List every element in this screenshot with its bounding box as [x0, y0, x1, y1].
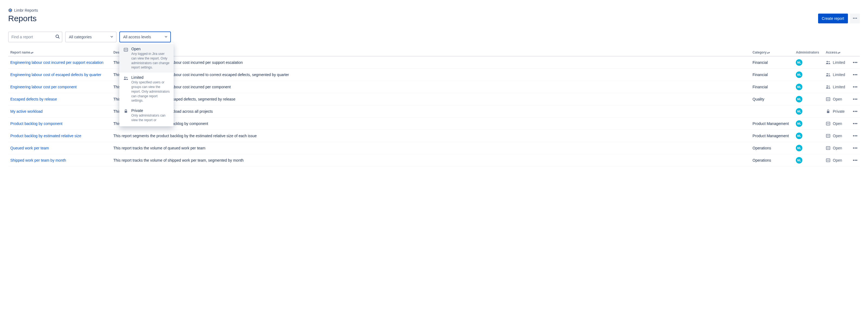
report-category: Quality: [750, 93, 794, 105]
access-option-title: Private: [131, 108, 170, 113]
access-label: Limited: [833, 85, 845, 89]
report-category: Operations: [750, 154, 794, 166]
column-header-description[interactable]: Description: [111, 49, 750, 56]
report-name-link[interactable]: Escaped defects by release: [10, 97, 57, 101]
report-name-link[interactable]: Engineering labour cost per component: [10, 85, 76, 89]
svg-point-19: [827, 85, 828, 87]
svg-point-3: [853, 18, 854, 19]
page-header: Reports Create report: [8, 13, 860, 23]
svg-point-12: [124, 77, 126, 78]
report-name-link[interactable]: Product backlog by component: [10, 121, 62, 126]
report-category: Operations: [750, 142, 794, 154]
open-icon: [123, 47, 129, 70]
svg-point-4: [855, 18, 856, 19]
chevron-down-icon: [164, 35, 167, 39]
report-name-link[interactable]: Engineering labour cost incurred per sup…: [10, 60, 103, 65]
svg-line-7: [58, 37, 59, 38]
column-header-name[interactable]: Report name▴▾: [8, 49, 111, 56]
column-header-category[interactable]: Category▴▾: [750, 49, 794, 56]
access-label: Limited: [833, 73, 845, 77]
limited-icon: [826, 84, 831, 89]
access-dropdown: OpenAny logged-in Jira user can view the…: [119, 43, 174, 126]
access-option-open[interactable]: OpenAny logged-in Jira user can view the…: [119, 44, 174, 73]
access-label: Open: [833, 121, 842, 126]
svg-point-16: [829, 61, 830, 62]
table-row: Shipped work per team by monthThis repor…: [8, 154, 860, 166]
report-name-link[interactable]: Queued work per team: [10, 146, 49, 150]
admin-avatar[interactable]: ML: [796, 108, 802, 115]
private-icon: [123, 109, 129, 123]
create-report-button[interactable]: Create report: [818, 13, 848, 23]
svg-point-6: [56, 35, 59, 38]
admin-avatar[interactable]: ML: [796, 145, 802, 151]
svg-point-17: [827, 73, 828, 75]
access-option-title: Open: [131, 47, 170, 51]
row-more-button[interactable]: •••: [853, 73, 858, 77]
more-actions-button[interactable]: [850, 13, 860, 23]
report-name-link[interactable]: My active workload: [10, 109, 42, 113]
row-more-button[interactable]: •••: [853, 60, 858, 65]
report-description: This report tracks the engineering labou…: [111, 69, 750, 81]
admin-avatar[interactable]: ML: [796, 72, 802, 78]
filters-row: All categories All access levels OpenAny…: [8, 31, 860, 43]
open-icon: [826, 121, 831, 126]
row-more-button[interactable]: •••: [853, 134, 858, 138]
app-logo-icon: [8, 8, 12, 12]
report-category: [750, 105, 794, 118]
access-select[interactable]: All access levels: [119, 31, 171, 43]
report-category: Financial: [750, 56, 794, 69]
report-description: This report tracks the engineering labou…: [111, 81, 750, 93]
row-more-button[interactable]: •••: [853, 85, 858, 89]
svg-point-13: [126, 77, 127, 78]
svg-rect-14: [125, 111, 127, 113]
row-more-button[interactable]: •••: [853, 158, 858, 162]
row-more-button[interactable]: •••: [853, 109, 858, 113]
report-name-link[interactable]: Product backlog by estimated relative si…: [10, 134, 81, 138]
svg-point-18: [829, 73, 830, 75]
access-label: Limited: [833, 60, 845, 65]
report-description: This report segments the product backlog…: [111, 130, 750, 142]
report-category: Financial: [750, 69, 794, 81]
access-option-private[interactable]: PrivateOnly administrators can view the …: [119, 106, 174, 125]
search-icon: [55, 34, 60, 40]
report-description: This report tracks the engineering labou…: [111, 56, 750, 69]
admin-avatar[interactable]: ML: [796, 84, 802, 90]
row-more-button[interactable]: •••: [853, 146, 858, 150]
open-icon: [826, 145, 831, 151]
admin-avatar[interactable]: ML: [796, 120, 802, 127]
column-header-admins[interactable]: Administrators: [794, 49, 824, 56]
admin-avatar[interactable]: ML: [796, 96, 802, 102]
report-name-link[interactable]: Shipped work per team by month: [10, 158, 66, 162]
category-select-value: All categories: [69, 35, 92, 39]
access-option-desc: Any logged-in Jira user can view the rep…: [131, 52, 170, 70]
category-select[interactable]: All categories: [65, 31, 117, 43]
access-option-title: Limited: [131, 75, 170, 80]
report-description: This report tracks the volume of shipped…: [111, 154, 750, 166]
report-category: Product Management: [750, 118, 794, 130]
admin-avatar[interactable]: ML: [796, 157, 802, 164]
open-icon: [826, 133, 831, 138]
breadcrumb-app-name[interactable]: Limbr Reports: [14, 8, 38, 12]
report-name-link[interactable]: Engineering labour cost of escaped defec…: [10, 73, 101, 77]
limited-icon: [123, 76, 129, 103]
report-description: This report tracks the number of escaped…: [111, 93, 750, 105]
report-description: This report segments the product backlog…: [111, 118, 750, 130]
open-icon: [826, 158, 831, 163]
search-input[interactable]: [8, 31, 62, 43]
limited-icon: [826, 72, 831, 77]
report-category: Product Management: [750, 130, 794, 142]
column-header-access[interactable]: Access▴▾: [824, 49, 850, 56]
access-label: Open: [833, 158, 842, 162]
admin-avatar[interactable]: ML: [796, 59, 802, 66]
report-category: Financial: [750, 81, 794, 93]
row-more-button[interactable]: •••: [853, 121, 858, 126]
access-label: Private: [833, 109, 845, 113]
open-icon: [826, 97, 831, 102]
row-more-button[interactable]: •••: [853, 97, 858, 101]
private-icon: [826, 109, 831, 113]
sort-icon: ▴▾: [767, 51, 770, 54]
admin-avatar[interactable]: ML: [796, 133, 802, 139]
access-option-limited[interactable]: LimitedOnly specified users or groups ca…: [119, 73, 174, 106]
sort-icon: ▴▾: [838, 51, 840, 54]
table-row: Queued work per teamThis report tracks t…: [8, 142, 860, 154]
